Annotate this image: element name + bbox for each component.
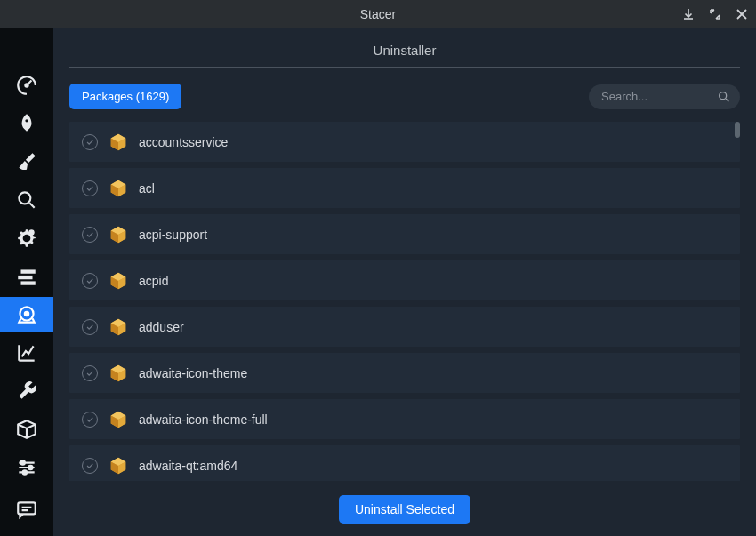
disc-icon — [15, 303, 38, 326]
package-name: adwaita-qt:amd64 — [139, 459, 237, 473]
app-window: Stacer — [0, 0, 756, 536]
main-panel: Uninstaller Packages (1629) accountsserv… — [53, 28, 756, 536]
close-icon[interactable] — [735, 7, 749, 21]
scrollbar[interactable] — [735, 122, 740, 481]
package-name: acl — [139, 181, 155, 196]
package-name: acpid — [139, 274, 168, 288]
package-box-icon — [109, 132, 128, 152]
sidebar — [0, 28, 53, 536]
uninstall-selected-button[interactable]: Uninstall Selected — [339, 495, 470, 524]
chart-icon — [15, 341, 38, 364]
svg-rect-6 — [21, 281, 36, 284]
sidebar-item-services[interactable] — [0, 220, 53, 255]
package-box-icon — [109, 410, 128, 429]
toolbar: Packages (1629) — [69, 84, 740, 109]
package-checkbox[interactable] — [82, 412, 98, 428]
package-checkbox[interactable] — [82, 227, 98, 243]
speedometer-icon — [15, 74, 38, 97]
box-icon — [15, 418, 38, 441]
body: Uninstaller Packages (1629) accountsserv… — [0, 28, 756, 536]
svg-point-9 — [21, 461, 25, 465]
svg-point-3 — [28, 229, 34, 236]
wrench-icon — [15, 380, 38, 403]
sidebar-item-dashboard[interactable] — [0, 68, 53, 102]
package-row[interactable]: adwaita-icon-theme — [69, 353, 740, 393]
titlebar: Stacer — [0, 0, 756, 28]
package-row[interactable]: acpid — [69, 260, 740, 300]
svg-point-1 — [25, 119, 28, 122]
package-box-icon — [109, 225, 128, 244]
svg-point-8 — [25, 312, 28, 316]
sidebar-item-feedback[interactable] — [0, 492, 53, 527]
packages-count-button[interactable]: Packages (1629) — [69, 84, 181, 109]
rocket-icon — [15, 112, 38, 135]
tasks-icon — [15, 265, 38, 288]
svg-point-11 — [23, 471, 27, 475]
package-box-icon — [109, 364, 128, 383]
package-checkbox[interactable] — [82, 319, 98, 335]
broom-icon — [15, 150, 38, 173]
sidebar-item-search[interactable] — [0, 182, 53, 217]
maximize-icon[interactable] — [708, 7, 722, 21]
package-box-icon — [109, 410, 128, 429]
package-box-icon — [109, 456, 128, 476]
package-box-icon — [109, 317, 128, 337]
svg-rect-4 — [21, 269, 36, 273]
window-controls — [681, 0, 749, 28]
package-box-icon — [109, 456, 128, 476]
sidebar-item-settings[interactable] — [0, 451, 53, 485]
minimize-icon[interactable] — [681, 7, 696, 21]
sidebar-item-uninstaller[interactable] — [0, 297, 53, 332]
message-icon — [15, 498, 38, 521]
package-checkbox[interactable] — [82, 134, 98, 150]
sliders-icon — [15, 456, 38, 479]
package-row[interactable]: adwaita-icon-theme-full — [69, 399, 740, 439]
search-wrap — [589, 84, 740, 109]
package-row[interactable]: acpi-support — [69, 214, 740, 254]
package-box-icon — [109, 132, 128, 152]
sidebar-item-tools[interactable] — [0, 374, 53, 409]
sidebar-item-resources[interactable] — [0, 336, 53, 371]
package-row[interactable]: acl — [69, 168, 740, 208]
search-icon — [717, 90, 731, 104]
sidebar-item-cleaner[interactable] — [0, 144, 53, 179]
package-box-icon — [109, 364, 128, 383]
svg-rect-5 — [18, 276, 32, 279]
package-box-icon — [109, 179, 128, 198]
package-box-icon — [109, 225, 128, 244]
package-name: adwaita-icon-theme — [139, 366, 247, 380]
package-name: adduser — [139, 320, 184, 334]
package-list: accountsservice acl acpi-support acpid a… — [69, 122, 740, 481]
sidebar-item-startup[interactable] — [0, 106, 53, 140]
package-box-icon — [109, 271, 128, 291]
svg-point-13 — [720, 92, 727, 99]
page-title: Uninstaller — [69, 28, 740, 67]
package-checkbox[interactable] — [82, 273, 98, 289]
footer: Uninstall Selected — [69, 481, 740, 524]
package-checkbox[interactable] — [82, 180, 98, 196]
gear-icon — [15, 227, 38, 250]
package-row[interactable]: adwaita-qt:amd64 — [69, 445, 740, 481]
package-box-icon — [109, 271, 128, 291]
package-checkbox[interactable] — [82, 458, 98, 474]
package-box-icon — [109, 317, 128, 337]
package-name: adwaita-icon-theme-full — [139, 412, 268, 427]
window-title: Stacer — [360, 7, 396, 21]
svg-point-10 — [28, 466, 32, 469]
svg-point-2 — [19, 192, 30, 204]
package-row[interactable]: adduser — [69, 307, 740, 347]
sidebar-item-processes[interactable] — [0, 259, 53, 293]
scrollbar-thumb[interactable] — [735, 122, 740, 138]
package-box-icon — [109, 179, 128, 198]
divider — [69, 67, 740, 68]
package-name: accountsservice — [139, 135, 228, 149]
svg-point-0 — [25, 84, 28, 86]
magnifier-icon — [15, 188, 38, 212]
package-row[interactable]: accountsservice — [69, 122, 740, 162]
package-checkbox[interactable] — [82, 365, 98, 381]
package-list-wrap: accountsservice acl acpi-support acpid a… — [69, 122, 740, 481]
svg-rect-12 — [18, 503, 36, 515]
package-name: acpi-support — [139, 228, 207, 242]
sidebar-item-packages[interactable] — [0, 412, 53, 447]
